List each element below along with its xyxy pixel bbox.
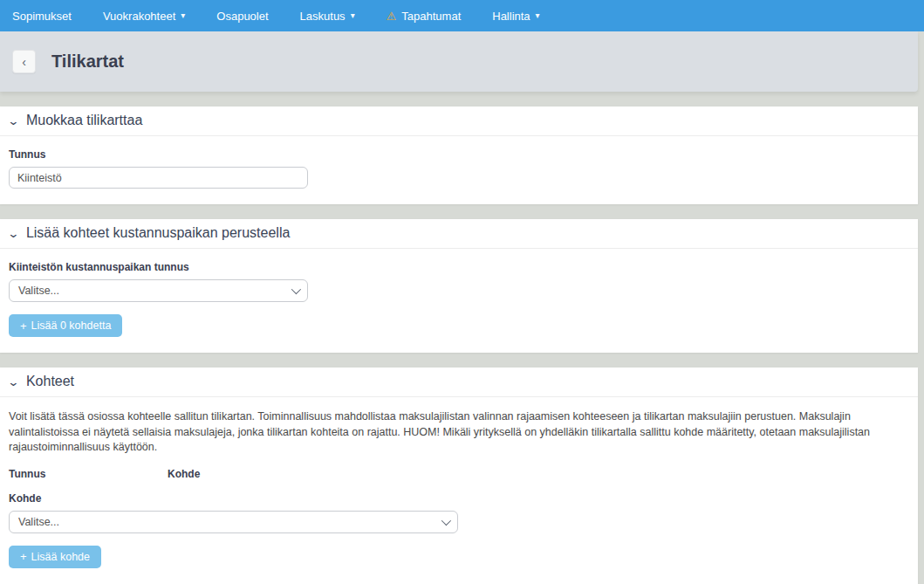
section-add-by-costcenter-body: Kiinteistön kustannuspaikan tunnus Valit… bbox=[0, 249, 918, 353]
kohteet-description: Voit lisätä tässä osiossa kohteelle sall… bbox=[9, 409, 909, 456]
nav-item-osapuolet[interactable]: Osapuolet bbox=[216, 10, 284, 23]
top-navbar: Sopimukset Vuokrakohteet ▾ Osapuolet Las… bbox=[0, 0, 924, 31]
nav-item-sopimukset[interactable]: Sopimukset bbox=[12, 10, 87, 23]
section-edit-chart-header[interactable]: ⌄ Muokkaa tilikarttaa bbox=[0, 106, 918, 136]
nav-item-tapahtumat[interactable]: ⚠ Tapahtumat bbox=[387, 10, 477, 23]
add-kohde-button[interactable]: + Lisää kohde bbox=[9, 546, 101, 568]
page: Sopimukset Vuokrakohteet ▾ Osapuolet Las… bbox=[0, 0, 924, 584]
nav-item-label: Hallinta bbox=[492, 10, 530, 23]
back-icon: ‹ bbox=[22, 55, 26, 69]
content-area: ⌄ Muokkaa tilikarttaa Tunnus ⌄ Lisää koh… bbox=[0, 106, 918, 584]
section-kohteet-header[interactable]: ⌄ Kohteet bbox=[0, 368, 918, 397]
add-kohde-button-label: Lisää kohde bbox=[31, 551, 90, 563]
nav-item-label: Laskutus bbox=[300, 10, 346, 23]
add-objects-button-label: Lisää 0 kohdetta bbox=[31, 319, 112, 332]
warning-icon: ⚠ bbox=[387, 10, 397, 22]
chevron-down-icon bbox=[291, 285, 301, 294]
section-title: Muokkaa tilikarttaa bbox=[26, 113, 142, 128]
back-button[interactable]: ‹ bbox=[12, 50, 36, 73]
section-kohteet: ⌄ Kohteet Voit lisätä tässä osiossa koht… bbox=[0, 368, 918, 584]
kohde-select-label: Kohde bbox=[9, 492, 909, 505]
column-header-kohde: Kohde bbox=[168, 468, 200, 480]
costcenter-select-value: Valitse... bbox=[18, 285, 59, 297]
page-title: Tilikartat bbox=[51, 52, 124, 72]
kohde-select-value: Valitse... bbox=[18, 516, 59, 528]
section-title: Kohteet bbox=[26, 374, 74, 389]
nav-item-label: Osapuolet bbox=[216, 10, 268, 23]
nav-item-hallinta[interactable]: Hallinta ▾ bbox=[492, 10, 555, 23]
tunnus-label: Tunnus bbox=[9, 148, 909, 161]
section-title: Lisää kohteet kustannuspaikan perusteell… bbox=[26, 225, 290, 241]
chevron-down-icon: ⌄ bbox=[7, 115, 19, 127]
chevron-down-icon: ⌄ bbox=[7, 228, 19, 239]
nav-item-label: Sopimukset bbox=[12, 10, 72, 23]
kohteet-table-header: Tunnus Kohde bbox=[9, 468, 909, 480]
section-edit-chart: ⌄ Muokkaa tilikarttaa Tunnus bbox=[0, 106, 918, 204]
chevron-down-icon: ⌄ bbox=[7, 376, 19, 388]
costcenter-select[interactable]: Valitse... bbox=[9, 279, 308, 302]
page-header: ‹ Tilikartat bbox=[0, 31, 918, 92]
section-add-by-costcenter-header[interactable]: ⌄ Lisää kohteet kustannuspaikan perustee… bbox=[0, 219, 918, 249]
section-kohteet-body: Voit lisätä tässä osiossa kohteelle sall… bbox=[0, 397, 918, 584]
chevron-down-icon bbox=[441, 515, 451, 525]
tunnus-input[interactable] bbox=[9, 167, 308, 189]
nav-item-vuokrakohteet[interactable]: Vuokrakohteet ▾ bbox=[103, 10, 201, 23]
plus-icon: + bbox=[20, 551, 27, 562]
costcenter-select-label: Kiinteistön kustannuspaikan tunnus bbox=[9, 261, 909, 273]
caret-down-icon: ▾ bbox=[351, 11, 355, 20]
section-add-by-costcenter: ⌄ Lisää kohteet kustannuspaikan perustee… bbox=[0, 219, 918, 353]
column-header-tunnus: Tunnus bbox=[9, 468, 168, 480]
add-objects-button[interactable]: + Lisää 0 kohdetta bbox=[9, 314, 122, 337]
nav-item-label: Vuokrakohteet bbox=[103, 10, 175, 23]
nav-item-label: Tapahtumat bbox=[401, 10, 461, 23]
caret-down-icon: ▾ bbox=[536, 11, 540, 20]
kohde-select[interactable]: Valitse... bbox=[9, 511, 458, 533]
plus-icon: + bbox=[20, 320, 27, 332]
caret-down-icon: ▾ bbox=[181, 11, 185, 20]
section-edit-chart-body: Tunnus bbox=[0, 136, 918, 204]
nav-item-laskutus[interactable]: Laskutus ▾ bbox=[300, 10, 371, 23]
